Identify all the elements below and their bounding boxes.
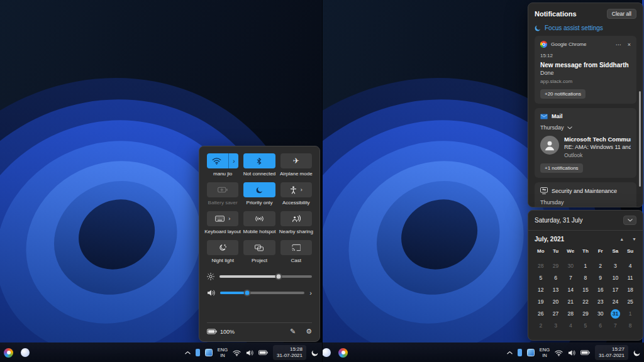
calendar-day[interactable]: 2 <box>593 260 608 272</box>
calendar-day[interactable]: 11 <box>623 272 638 284</box>
notification-more-icon[interactable]: ⋯ <box>616 41 621 48</box>
calendar-prev-month-icon[interactable]: ▲ <box>619 237 624 241</box>
language-indicator[interactable]: ENGIN <box>540 347 550 358</box>
focus-assist-settings-link[interactable]: Focus assist settings <box>535 25 636 31</box>
calendar-day[interactable]: 30 <box>593 308 608 320</box>
settings-gear-icon[interactable]: ⚙ <box>306 327 312 336</box>
calendar-day[interactable]: 27 <box>548 308 564 320</box>
calendar-month-label[interactable]: July, 2021 <box>535 236 564 243</box>
wifi-expand-chevron[interactable]: › <box>228 153 238 168</box>
calendar-day[interactable]: 6 <box>593 320 608 332</box>
nearby-sharing-tile[interactable] <box>280 211 312 226</box>
clock-and-date[interactable]: 15:28 31-07-2021 <box>273 345 306 361</box>
accessibility-tile[interactable]: › <box>280 182 312 197</box>
calendar-day[interactable]: 14 <box>563 284 578 296</box>
cast-tile[interactable] <box>280 240 312 255</box>
calendar-day[interactable]: 8 <box>623 320 638 332</box>
focus-assist-tray-moon-icon[interactable] <box>633 348 641 357</box>
calendar-day[interactable]: 7 <box>608 320 623 332</box>
mobile-hotspot-tile[interactable] <box>243 211 275 226</box>
brightness-thumb[interactable] <box>275 273 282 280</box>
language-indicator[interactable]: ENGIN <box>218 347 228 358</box>
calendar-day[interactable]: 26 <box>533 308 548 320</box>
your-phone-tray-icon[interactable] <box>196 349 200 356</box>
brightness-slider[interactable] <box>207 273 312 280</box>
more-mail-notifications-pill[interactable]: +1 notifications <box>540 163 583 173</box>
calendar-day[interactable]: 16 <box>593 284 608 296</box>
tray-volume-icon[interactable] <box>568 349 575 356</box>
calendar-day[interactable]: 7 <box>563 272 578 284</box>
calendar-day[interactable]: 1 <box>623 308 638 320</box>
calendar-day[interactable]: 10 <box>608 272 623 284</box>
calendar-day[interactable]: 5 <box>533 272 548 284</box>
tray-battery-icon[interactable] <box>258 350 268 355</box>
calendar-day[interactable]: 23 <box>593 296 608 308</box>
bluetooth-tile[interactable] <box>243 153 275 168</box>
battery-saver-tile[interactable] <box>207 182 238 197</box>
calendar-day[interactable]: 28 <box>533 260 548 272</box>
pinwheel-app-icon[interactable] <box>338 348 348 358</box>
focus-assist-tile[interactable] <box>243 182 275 197</box>
tray-overflow-chevron-icon[interactable] <box>185 351 191 354</box>
calendar-day[interactable]: 2 <box>533 320 548 332</box>
security-notification-card[interactable]: Security and Maintenance Thursday Check … <box>535 182 636 207</box>
white-app-icon[interactable] <box>322 348 331 357</box>
white-app-icon[interactable] <box>21 348 30 357</box>
tray-volume-icon[interactable] <box>246 349 253 356</box>
calendar-day[interactable]: 1 <box>578 260 593 272</box>
calendar-day[interactable]: 29 <box>548 260 564 272</box>
calendar-next-month-icon[interactable]: ▼ <box>632 237 636 241</box>
wifi-tile[interactable]: › <box>207 153 238 168</box>
calendar-day[interactable]: 29 <box>578 308 593 320</box>
brightness-track[interactable] <box>219 275 312 278</box>
volume-track[interactable] <box>220 292 304 294</box>
mail-notification-card[interactable]: Mail Thursday Microsoft Tech Community R… <box>535 108 636 178</box>
project-tile[interactable] <box>243 240 275 255</box>
edit-quick-settings-icon[interactable]: ✎ <box>290 327 296 336</box>
your-phone-tray-icon[interactable] <box>518 349 522 356</box>
calendar-collapse-button[interactable] <box>623 216 636 225</box>
calendar-day[interactable]: 8 <box>578 272 593 284</box>
notifications-scrollbar[interactable] <box>639 91 641 187</box>
calendar-day[interactable]: 12 <box>533 284 548 296</box>
mail-day-group-toggle[interactable]: Thursday <box>540 124 631 131</box>
airplane-mode-tile[interactable]: ✈ <box>280 153 312 168</box>
calendar-day[interactable]: 4 <box>563 320 578 332</box>
clear-all-button[interactable]: Clear all <box>607 9 636 19</box>
calendar-day[interactable]: 20 <box>548 296 564 308</box>
clock-and-date[interactable]: 15:27 31-07-2021 <box>595 345 628 361</box>
notification-close-icon[interactable]: × <box>628 41 631 48</box>
battery-status[interactable]: 100% <box>207 329 235 335</box>
night-light-tile[interactable] <box>207 240 238 255</box>
calendar-day[interactable]: 4 <box>623 260 638 272</box>
calendar-day[interactable]: 24 <box>608 296 623 308</box>
focus-assist-tray-moon-icon[interactable] <box>311 348 319 357</box>
tray-wifi-icon[interactable] <box>233 349 241 356</box>
volume-output-chevron[interactable]: › <box>309 289 312 297</box>
calendar-day[interactable]: 30 <box>563 260 578 272</box>
calendar-day[interactable]: 15 <box>578 284 593 296</box>
calendar-day[interactable]: 28 <box>563 308 578 320</box>
pinwheel-app-icon[interactable] <box>4 348 13 358</box>
calendar-day[interactable]: 22 <box>578 296 593 308</box>
calendar-day[interactable]: 25 <box>623 296 638 308</box>
calendar-day[interactable]: 3 <box>608 260 623 272</box>
more-notifications-pill[interactable]: +20 notifications <box>540 89 586 99</box>
calendar-day[interactable]: 3 <box>548 320 564 332</box>
calendar-day[interactable]: 13 <box>548 284 564 296</box>
tray-wifi-icon[interactable] <box>555 349 563 356</box>
keyboard-layout-tile[interactable]: › <box>207 211 238 226</box>
calendar-day[interactable]: 31 <box>608 308 623 320</box>
photos-tray-icon[interactable] <box>527 349 535 356</box>
calendar-day[interactable]: 19 <box>533 296 548 308</box>
calendar-day[interactable]: 5 <box>578 320 593 332</box>
calendar-day[interactable]: 21 <box>563 296 578 308</box>
volume-thumb[interactable] <box>243 290 250 297</box>
volume-slider[interactable]: › <box>207 289 312 297</box>
chrome-notification-card[interactable]: Google Chrome ⋯ × 15:12 New message from… <box>535 36 636 104</box>
photos-tray-icon[interactable] <box>205 349 213 356</box>
tray-overflow-chevron-icon[interactable] <box>507 351 513 354</box>
calendar-day[interactable]: 6 <box>548 272 564 284</box>
calendar-day[interactable]: 17 <box>608 284 623 296</box>
calendar-day[interactable]: 9 <box>593 272 608 284</box>
